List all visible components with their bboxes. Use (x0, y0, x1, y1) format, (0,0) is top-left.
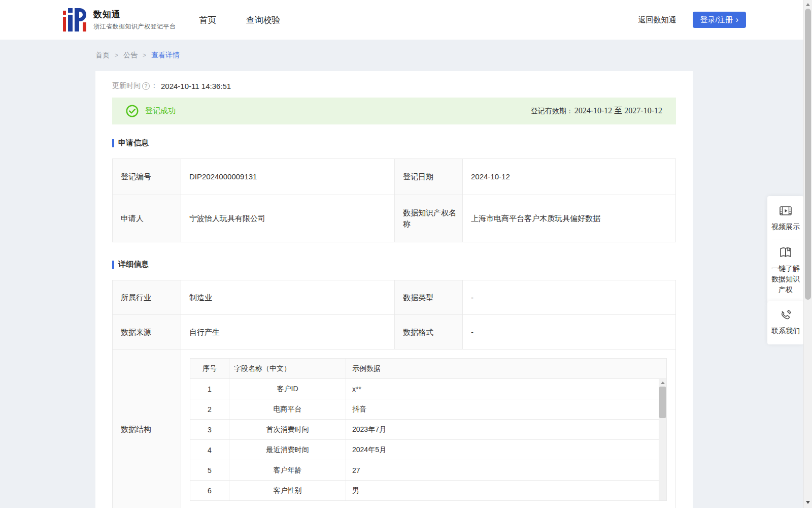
field-value-data-source: 自行产生 (181, 315, 395, 350)
breadcrumb-home[interactable]: 首页 (95, 51, 110, 60)
structure-row: 4 最近消费时间 2024年5月 (190, 440, 667, 460)
scroll-down-arrow-icon[interactable] (804, 498, 812, 506)
success-check-icon (126, 105, 139, 117)
structure-table-scrollbar[interactable] (659, 379, 666, 500)
field-label-industry: 所属行业 (113, 280, 181, 315)
update-time-label: 更新时间 (112, 81, 141, 90)
field-value-data-type: - (463, 280, 676, 315)
validity-value: 2024-10-12 至 2027-10-12 (574, 106, 662, 116)
status-text: 登记成功 (145, 106, 176, 116)
breadcrumb-announcements[interactable]: 公告 (123, 51, 138, 60)
cell-sample: x** (346, 379, 667, 399)
video-demo-label: 视频展示 (771, 221, 800, 232)
cell-sample: 2023年7月 (346, 420, 667, 440)
logo-title: 数知通 (93, 9, 176, 20)
scroll-up-arrow-icon[interactable] (804, 0, 812, 9)
field-label-applicant: 申请人 (113, 195, 181, 242)
structure-row: 3 首次消费时间 2023年7月 (190, 420, 667, 440)
page-scrollbar[interactable] (803, 0, 812, 508)
update-time-row: 更新时间 ? ： 2024-10-11 14:36:51 (112, 81, 676, 90)
scroll-up-arrow-icon[interactable] (659, 379, 666, 386)
structure-row: 2 电商平台 抖音 (190, 399, 667, 420)
data-structure-cell: 序号 字段名称（中文） 示例数据 1 客户ID x** 2 电商平台 抖 (181, 350, 676, 508)
cell-index: 4 (190, 440, 229, 460)
floating-panel-top: 视频展示 一键了解数据知识产权 (767, 196, 804, 303)
col-header-index: 序号 (190, 359, 229, 379)
table-row: 数据来源 自行产生 数据格式 - (113, 315, 676, 350)
guide-label: 一键了解数据知识产权 (771, 263, 800, 295)
chevron-right-icon: › (736, 16, 738, 24)
field-value-dip-name: 上海市电商平台客户木质玩具偏好数据 (463, 195, 676, 242)
breadcrumb: 首页 > 公告 > 查看详情 (95, 51, 180, 60)
cell-sample: 2024年5月 (346, 440, 667, 460)
book-icon (779, 246, 792, 259)
field-value-data-format: - (463, 315, 676, 350)
cell-sample: 男 (346, 481, 667, 501)
cell-field-name: 客户年龄 (229, 460, 346, 481)
nav-item-query-verify[interactable]: 查询校验 (246, 14, 281, 26)
table-row: 所属行业 制造业 数据类型 - (113, 280, 676, 315)
login-register-button[interactable]: 登录/注册 › (693, 12, 747, 28)
section-apply-info: 申请信息 (112, 138, 676, 148)
cell-field-name: 客户性别 (229, 481, 346, 501)
structure-row: 1 客户ID x** (190, 379, 667, 399)
col-header-sample-data: 示例数据 (346, 359, 667, 379)
contact-us-label: 联系我们 (771, 326, 800, 336)
cell-index: 2 (190, 399, 229, 420)
field-label-reg-date: 登记日期 (395, 159, 463, 195)
field-value-industry: 制造业 (181, 280, 395, 315)
cell-index: 5 (190, 460, 229, 481)
section-bar-icon (112, 261, 114, 269)
field-label-data-format: 数据格式 (395, 315, 463, 350)
apply-info-table: 登记编号 DIP2024000009131 登记日期 2024-10-12 申请… (112, 158, 676, 242)
cell-sample: 27 (346, 460, 667, 481)
update-time-colon: ： (151, 81, 158, 90)
section-bar-icon (112, 139, 114, 147)
col-header-field-name: 字段名称（中文） (229, 359, 346, 379)
logo-subtitle: 浙江省数据知识产权登记平台 (93, 22, 176, 31)
scrollbar-thumb[interactable] (659, 387, 666, 418)
cell-field-name: 客户ID (229, 379, 346, 399)
field-label-data-type: 数据类型 (395, 280, 463, 315)
logo[interactable]: 数知通 浙江省数据知识产权登记平台 (63, 8, 176, 31)
main-nav: 首页 查询校验 (199, 14, 281, 26)
table-row: 申请人 宁波怡人玩具有限公司 数据知识产权名称 上海市电商平台客户木质玩具偏好数… (113, 195, 676, 242)
structure-table: 序号 字段名称（中文） 示例数据 1 客户ID x** 2 电商平台 抖 (190, 358, 667, 501)
breadcrumb-separator-icon: > (143, 52, 146, 59)
field-label-data-structure: 数据结构 (113, 350, 181, 508)
cell-index: 1 (190, 379, 229, 399)
floating-panel-contact[interactable]: 联系我们 (767, 301, 804, 344)
breadcrumb-separator-icon: > (115, 52, 118, 59)
field-value-reg-date: 2024-10-12 (463, 159, 676, 195)
cell-field-name: 最近消费时间 (229, 440, 346, 460)
logo-ip-icon (63, 8, 86, 31)
back-to-shuzhitong-link[interactable]: 返回数知通 (638, 15, 676, 25)
structure-table-wrap: 序号 字段名称（中文） 示例数据 1 客户ID x** 2 电商平台 抖 (190, 358, 667, 501)
cell-field-name: 首次消费时间 (229, 420, 346, 440)
table-row: 登记编号 DIP2024000009131 登记日期 2024-10-12 (113, 159, 676, 195)
cell-index: 3 (190, 420, 229, 440)
login-register-label: 登录/注册 (700, 15, 733, 25)
section-detail-info: 详细信息 (112, 260, 676, 269)
detail-info-table: 所属行业 制造业 数据类型 - 数据来源 自行产生 数据格式 - 数据结构 序号… (112, 280, 676, 508)
field-label-data-source: 数据来源 (113, 315, 181, 350)
cell-field-name: 电商平台 (229, 399, 346, 420)
guide-item[interactable]: 一键了解数据知识产权 (771, 246, 800, 295)
structure-row: 5 客户年龄 27 (190, 460, 667, 481)
phone-icon (780, 309, 792, 322)
scrollbar-thumb[interactable] (805, 9, 811, 300)
field-label-reg-number: 登记编号 (113, 159, 181, 195)
detail-card: 更新时间 ? ： 2024-10-11 14:36:51 登记成功 登记有效期：… (95, 71, 693, 508)
field-value-reg-number: DIP2024000009131 (181, 159, 395, 195)
divider (772, 239, 799, 239)
app-header: 数知通 浙江省数据知识产权登记平台 首页 查询校验 返回数知通 登录/注册 › (0, 0, 812, 40)
cell-sample: 抖音 (346, 399, 667, 420)
field-value-applicant: 宁波怡人玩具有限公司 (181, 195, 395, 242)
validity-label: 登记有效期： (531, 107, 573, 116)
table-row-data-structure: 数据结构 序号 字段名称（中文） 示例数据 1 客户ID x** (113, 350, 676, 508)
video-icon (779, 204, 792, 217)
breadcrumb-current-detail: 查看详情 (151, 51, 180, 60)
nav-item-home[interactable]: 首页 (199, 14, 217, 26)
video-demo-item[interactable]: 视频展示 (771, 204, 800, 232)
help-icon[interactable]: ? (142, 82, 150, 90)
